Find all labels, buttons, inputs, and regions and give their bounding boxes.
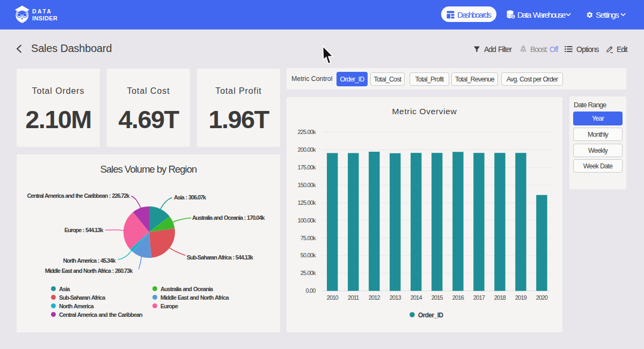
svg-text:225.00k: 225.00k <box>297 129 316 135</box>
svg-text:175.00k: 175.00k <box>297 164 316 170</box>
svg-text:75.00k: 75.00k <box>301 235 316 241</box>
svg-text:Order_ID: Order_ID <box>418 311 443 319</box>
svg-text:2020: 2020 <box>536 294 548 301</box>
svg-text:2017: 2017 <box>473 294 485 301</box>
svg-text:50.00k: 50.00k <box>301 252 316 258</box>
svg-text:125.00k: 125.00k <box>297 199 316 206</box>
svg-text:2013: 2013 <box>390 294 401 301</box>
svg-text:200.00k: 200.00k <box>297 146 316 153</box>
svg-text:25.00k: 25.00k <box>301 270 316 276</box>
svg-text:2014: 2014 <box>411 294 422 301</box>
svg-text:2019: 2019 <box>515 294 527 301</box>
svg-text:0.00: 0.00 <box>306 287 316 294</box>
svg-text:2018: 2018 <box>494 294 506 301</box>
svg-text:2010: 2010 <box>327 294 339 301</box>
svg-text:2011: 2011 <box>348 294 359 301</box>
svg-text:150.00k: 150.00k <box>297 182 316 188</box>
svg-text:100.00k: 100.00k <box>297 217 316 224</box>
svg-text:2012: 2012 <box>369 294 380 301</box>
svg-text:2016: 2016 <box>452 294 464 301</box>
svg-text:2015: 2015 <box>431 294 443 301</box>
